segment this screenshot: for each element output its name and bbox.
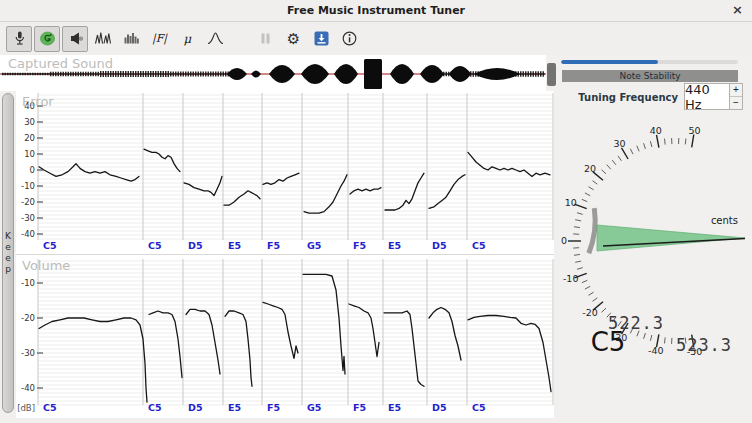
main-content: Captured Sound Keep 403020100-10-20-30-4… (0, 55, 752, 423)
frequency-increment-button[interactable]: + (730, 84, 742, 96)
cents-gauge: -50-40-30-20-1001020304050cents (556, 110, 752, 423)
volume-chart: -10-20-30-40C5C5D5E5F5G5F5E5D5C5[dB]Volu… (16, 255, 554, 418)
svg-text:C5: C5 (472, 240, 486, 251)
frequency-decrement-button[interactable]: − (730, 96, 742, 109)
save-icon (313, 30, 330, 47)
analysis-area: Captured Sound Keep 403020100-10-20-30-4… (0, 55, 556, 423)
toolbar-button-mute-speaker[interactable] (62, 26, 88, 52)
toolbar-button-waveform[interactable] (90, 26, 116, 52)
svg-text:40: 40 (650, 125, 662, 136)
svg-text:F5: F5 (267, 402, 280, 413)
svg-text:F5: F5 (353, 402, 366, 413)
svg-text:Volume: Volume (22, 258, 70, 273)
svg-text:-30: -30 (21, 213, 35, 223)
toolbar-button-tuner-logo[interactable] (34, 26, 60, 52)
svg-text:10: 10 (24, 149, 35, 159)
svg-text:cents: cents (711, 215, 738, 226)
svg-text:D5: D5 (432, 240, 447, 251)
toolbar-button-spectrum-bars[interactable] (118, 26, 144, 52)
svg-text:C5: C5 (43, 402, 57, 413)
spectrum-bars-icon (123, 30, 140, 47)
mu-statistics-icon: μ (179, 30, 196, 47)
svg-text:-40: -40 (648, 345, 664, 356)
svg-text:D5: D5 (432, 402, 447, 413)
svg-text:0: 0 (561, 235, 567, 246)
svg-text:[dB]: [dB] (17, 403, 35, 413)
svg-text:C5: C5 (148, 240, 162, 251)
tuning-frequency-label: Tuning Frequency (556, 92, 678, 103)
pause-icon (257, 30, 274, 47)
toolbar-button-fourier-transform[interactable]: |F| (146, 26, 172, 52)
toolbar-button-info[interactable] (336, 26, 362, 52)
microphone-icon (11, 30, 28, 47)
note-display: C5 (584, 327, 632, 357)
window-title: Free Music Instrument Tuner (287, 4, 465, 17)
gaussian-curve-icon (207, 30, 224, 47)
svg-text:E5: E5 (388, 240, 401, 251)
note-stability-progress-fill (561, 60, 658, 64)
waveform-scrollbar[interactable] (547, 63, 556, 86)
svg-text:μ: μ (183, 32, 191, 46)
svg-text:-40: -40 (21, 229, 35, 239)
svg-text:20: 20 (24, 133, 35, 143)
svg-text:G5: G5 (307, 402, 321, 413)
svg-text:|F|: |F| (151, 32, 167, 45)
charts-block: 403020100-10-20-30-40C5C5D5E5F5G5F5E5D5C… (16, 91, 554, 418)
measured-frequency-display: 523.3 (664, 335, 744, 355)
tuning-frequency-stepper: + − (730, 83, 743, 110)
svg-text:50: 50 (688, 125, 700, 136)
svg-text:-10: -10 (21, 181, 35, 191)
toolbar: |F|μ⚙ (0, 22, 752, 55)
svg-text:-20: -20 (21, 313, 35, 323)
svg-text:C5: C5 (43, 240, 57, 251)
waveform-icon (95, 30, 112, 47)
toolbar-button-save[interactable] (308, 26, 334, 52)
svg-text:0: 0 (30, 165, 35, 175)
error-chart: 403020100-10-20-30-40C5C5D5E5F5G5F5E5D5C… (16, 91, 554, 254)
tuner-panel: Note Stability Tuning Frequency 440 Hz +… (556, 55, 752, 423)
svg-text:G5: G5 (307, 240, 321, 251)
svg-text:C5: C5 (472, 402, 486, 413)
tuning-frequency-value[interactable]: 440 Hz (684, 83, 730, 110)
svg-text:E5: E5 (388, 402, 401, 413)
note-stability-header: Note Stability (562, 70, 738, 82)
svg-text:Error: Error (22, 94, 54, 109)
toolbar-button-gaussian-curve[interactable] (202, 26, 228, 52)
captured-sound-panel: Captured Sound (0, 55, 546, 91)
keep-button[interactable]: Keep (2, 93, 14, 413)
tuner-logo-icon (39, 30, 56, 47)
svg-text:E5: E5 (228, 240, 241, 251)
svg-text:F5: F5 (353, 240, 366, 251)
svg-text:⚙: ⚙ (286, 30, 299, 47)
svg-text:30: 30 (613, 138, 625, 149)
svg-text:F5: F5 (267, 240, 280, 251)
svg-text:-40: -40 (21, 383, 35, 393)
settings-gear-icon: ⚙ (285, 30, 302, 47)
close-button[interactable]: × (732, 2, 743, 17)
svg-text:E5: E5 (228, 402, 241, 413)
note-stability-progress (561, 60, 738, 64)
mute-speaker-icon (67, 30, 84, 47)
keep-button-label: Keep (3, 231, 13, 275)
svg-text:-20: -20 (21, 197, 35, 207)
svg-text:-10: -10 (563, 273, 579, 284)
toolbar-button-pause (252, 26, 278, 52)
captured-sound-title: Captured Sound (8, 56, 113, 71)
svg-text:-10: -10 (21, 278, 35, 288)
svg-text:D5: D5 (188, 240, 203, 251)
svg-text:10: 10 (565, 197, 577, 208)
info-icon (341, 30, 358, 47)
app-window: Free Music Instrument Tuner × |F|μ⚙ Capt… (0, 0, 752, 423)
svg-text:-30: -30 (21, 348, 35, 358)
svg-text:20: 20 (584, 163, 596, 174)
titlebar: Free Music Instrument Tuner × (0, 0, 752, 22)
svg-text:D5: D5 (188, 402, 203, 413)
toolbar-button-settings-gear[interactable]: ⚙ (280, 26, 306, 52)
toolbar-button-microphone[interactable] (6, 26, 32, 52)
svg-text:C5: C5 (148, 402, 162, 413)
svg-text:30: 30 (24, 117, 35, 127)
fourier-transform-icon: |F| (151, 30, 168, 47)
toolbar-button-mu-statistics[interactable]: μ (174, 26, 200, 52)
